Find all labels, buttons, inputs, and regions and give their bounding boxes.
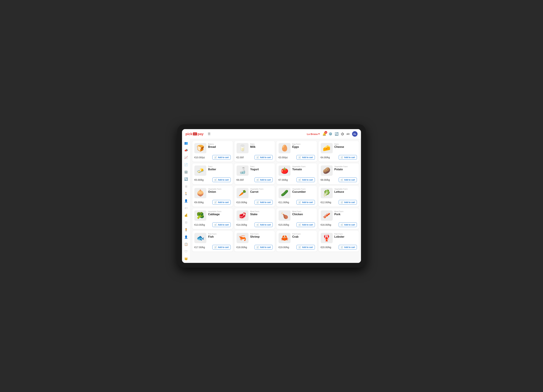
add-to-cart-label: Add to cart	[302, 246, 313, 249]
product-category: Vegetable Farm	[208, 188, 231, 190]
user-name: ale	[346, 133, 350, 135]
avatar[interactable]: AL	[352, 131, 357, 137]
add-to-cart-button[interactable]: 🛒 Add to cart	[255, 245, 273, 250]
refresh-icon[interactable]: 🔄	[335, 132, 339, 136]
cart-icon: 🛒	[214, 156, 217, 159]
logo-pick: pick	[186, 132, 192, 136]
card-bottom: €15.00/kg 🛒 Add to cart	[278, 222, 315, 227]
card-info: Fish Farm Fish	[208, 233, 231, 238]
add-to-cart-button[interactable]: 🛒 Add to cart	[339, 155, 357, 160]
power-icon[interactable]: ⏻	[341, 132, 344, 136]
add-to-cart-button[interactable]: 🛒 Add to cart	[212, 177, 231, 182]
add-to-cart-button[interactable]: 🛒 Add to cart	[297, 155, 315, 160]
product-name: Pork	[334, 213, 357, 216]
add-to-cart-button[interactable]: 🛒 Add to cart	[297, 177, 315, 182]
brand-selector[interactable]: La Brasa ▾	[307, 132, 320, 136]
add-to-cart-button[interactable]: 🛒 Add to cart	[255, 222, 273, 227]
product-category: Meat Farm	[250, 210, 273, 212]
cart-icon: 🛒	[214, 246, 217, 249]
card-top: 🧀 Dairy Cheese	[321, 143, 357, 153]
card-bottom: €13.00/kg 🛒 Add to cart	[194, 222, 231, 227]
card-info: Vegetable Farm Lettuce	[334, 188, 357, 193]
add-to-cart-button[interactable]: 🛒 Add to cart	[339, 200, 357, 205]
card-info: Bakery Bread	[208, 143, 231, 148]
add-to-cart-button[interactable]: 🛒 Add to cart	[212, 245, 231, 250]
product-image: 🧈	[194, 165, 206, 176]
settings-icon[interactable]: ⚙️	[328, 132, 332, 136]
sidebar-icon-table[interactable]: ⊟	[183, 221, 189, 225]
add-to-cart-button[interactable]: 🛒 Add to cart	[212, 200, 231, 205]
sidebar-icon-users[interactable]: 👥	[183, 141, 189, 145]
product-image: 🍅	[278, 165, 290, 176]
sidebar-icon-user[interactable]: 👤	[183, 199, 189, 203]
product-card: 🍅 Vegetable Farm Tomato €7.00/kg 🛒 Add t…	[277, 163, 317, 184]
card-bottom: €12.00/kg 🛒 Add to cart	[321, 200, 357, 205]
hamburger-menu[interactable]: ☰	[208, 132, 210, 136]
add-to-cart-button[interactable]: 🛒 Add to cart	[297, 222, 315, 227]
card-info: Fish Farm Shrimp	[250, 233, 273, 238]
sidebar-icon-building[interactable]: 🏢	[183, 170, 189, 174]
card-top: 🍗 Meat Farm Chicken	[278, 210, 315, 221]
sidebar-icon-shield[interactable]: 🛡	[183, 250, 189, 254]
product-image: 🥬	[321, 188, 333, 198]
card-info: Meat Farm Pork	[334, 210, 357, 216]
add-to-cart-button[interactable]: 🛒 Add to cart	[297, 245, 315, 250]
product-image: 🥩	[237, 210, 249, 221]
product-image: 🧀	[321, 143, 333, 153]
card-top: 🐟 Fish Farm Fish	[194, 233, 231, 243]
cart-icon: 🛒	[341, 178, 343, 181]
product-price: €15.00/kg	[278, 223, 289, 226]
brand-arrow-icon: ▾	[318, 132, 320, 136]
add-to-cart-button[interactable]: 🛒 Add to cart	[255, 177, 273, 182]
sidebar-icon-profile[interactable]: 👤	[183, 235, 189, 239]
product-category: Vegetable Farm	[334, 165, 357, 168]
sidebar-icon-refresh[interactable]: 🔄	[183, 177, 189, 181]
product-price: €20.00/kg	[321, 246, 331, 249]
add-to-cart-label: Add to cart	[302, 179, 313, 181]
add-to-cart-button[interactable]: 🛒 Add to cart	[212, 155, 231, 160]
cart-icon: 🛒	[341, 223, 343, 226]
cart-icon: 🛒	[298, 178, 301, 181]
sidebar-icon-person[interactable]: 🚶	[183, 192, 189, 196]
add-to-cart-button[interactable]: 🛒 Add to cart	[339, 245, 357, 250]
card-info: Fish Farm Lobster	[334, 233, 357, 238]
add-to-cart-label: Add to cart	[302, 201, 313, 204]
product-price: €6.00/l	[237, 178, 244, 181]
add-to-cart-button[interactable]: 🛒 Add to cart	[255, 200, 273, 205]
card-info: Meat Farm Stake	[250, 210, 273, 216]
card-bottom: €11.00/kg 🛒 Add to cart	[278, 200, 315, 205]
add-to-cart-button[interactable]: 🛒 Add to cart	[297, 200, 315, 205]
product-name: Lobster	[334, 235, 357, 238]
sidebar-icon-document[interactable]: 📄	[183, 163, 189, 167]
card-info: Meat Farm Chicken	[292, 210, 315, 216]
add-to-cart-label: Add to cart	[260, 201, 271, 204]
product-card: 🥔 Vegetable Farm Potato €8.00/kg 🛒 Add t…	[319, 163, 359, 184]
add-to-cart-button[interactable]: 🛒 Add to cart	[339, 177, 357, 182]
card-bottom: €17.00/kg 🛒 Add to cart	[194, 245, 231, 250]
sidebar-icon-coins[interactable]: 💰	[183, 213, 189, 217]
sidebar-icon-walker[interactable]: 🧍	[183, 228, 189, 232]
sidebar-icon-list[interactable]: 📋	[183, 242, 189, 246]
sidebar-icon-chart[interactable]: 📈	[183, 155, 189, 159]
add-to-cart-button[interactable]: 🛒 Add to cart	[339, 222, 357, 227]
sidebar-icon-tag[interactable]: 🏷	[183, 206, 189, 210]
product-image: 🐟	[194, 233, 206, 243]
sidebar-icon-grid[interactable]: ⊞	[183, 184, 189, 188]
product-price: €11.00/kg	[278, 201, 289, 204]
product-image: 🥛	[237, 143, 249, 153]
card-top: 🥬 Vegetable Farm Lettuce	[321, 188, 357, 198]
add-to-cart-button[interactable]: 🛒 Add to cart	[212, 222, 231, 227]
add-to-cart-label: Add to cart	[344, 246, 355, 249]
product-price: €2.00/l	[237, 156, 244, 159]
card-info: Dairy Milk	[250, 143, 273, 148]
product-image: 🍶	[237, 165, 249, 176]
product-image: 🦀	[278, 233, 290, 243]
sidebar-icon-crown[interactable]: 👑	[183, 257, 189, 261]
product-price: €14.00/kg	[237, 223, 247, 226]
notification-icon[interactable]: 🔔 11	[322, 132, 326, 136]
add-to-cart-button[interactable]: 🛒 Add to cart	[255, 155, 273, 160]
add-to-cart-label: Add to cart	[218, 179, 229, 181]
product-card: 🥒 Vegetable Farm Cucumber €11.00/kg 🛒 Ad…	[277, 186, 317, 207]
product-card: 🐟 Fish Farm Fish €17.00/kg 🛒 Add to cart	[192, 231, 233, 252]
sidebar-icon-megaphone[interactable]: 📣	[183, 148, 189, 152]
